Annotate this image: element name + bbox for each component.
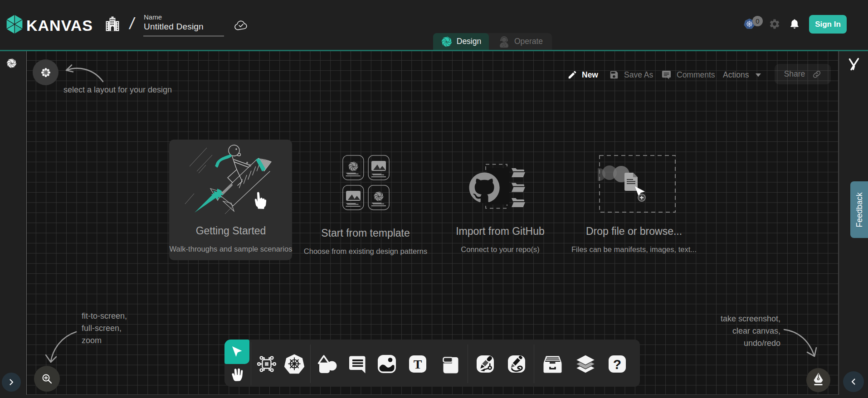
svg-text:T: T: [414, 357, 422, 371]
svg-text:?: ?: [613, 357, 621, 372]
